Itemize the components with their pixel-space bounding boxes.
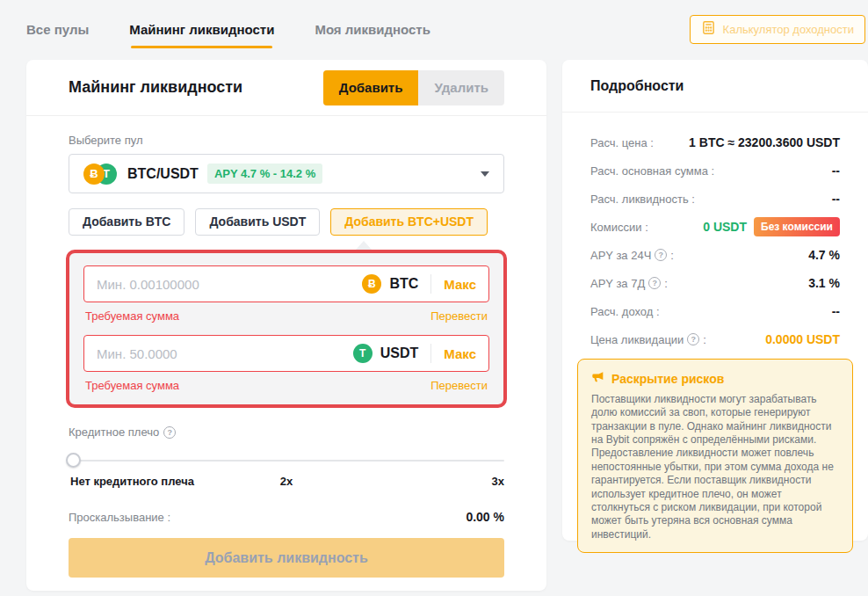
liquidity-value: -- bbox=[832, 192, 840, 206]
detail-row-income: Расч. доход : -- bbox=[590, 297, 840, 325]
megaphone-icon bbox=[591, 370, 605, 387]
usdt-transfer-link[interactable]: Перевести bbox=[430, 379, 488, 392]
usdt-symbol-label: USDT bbox=[380, 345, 419, 361]
usdt-input-meta: Требуемая сумма Перевести bbox=[85, 379, 488, 392]
question-icon[interactable]: ? bbox=[687, 333, 699, 345]
fees-value: 0 USDT Без комиссии bbox=[703, 217, 840, 236]
question-icon[interactable]: ? bbox=[648, 277, 661, 289]
no-fee-badge: Без комиссии bbox=[754, 217, 840, 236]
pool-pair-label: BTC/USDT bbox=[127, 166, 199, 182]
usdt-max-button[interactable]: Макс bbox=[444, 346, 476, 361]
divider bbox=[430, 344, 431, 363]
calculator-button-label: Калькулятор доходности bbox=[723, 23, 854, 36]
add-remove-toggle: Добавить Удалить bbox=[323, 70, 504, 105]
leverage-marks: Нет кредитного плеча 2x 3x bbox=[69, 475, 504, 489]
btc-input-meta: Требуемая сумма Перевести bbox=[85, 309, 488, 323]
btc-coin-icon: Ƀ bbox=[362, 274, 381, 294]
pool-tabs: Все пулы Майнинг ликвидности Моя ликвидн… bbox=[26, 22, 430, 37]
question-icon[interactable]: ? bbox=[163, 426, 176, 439]
divider bbox=[430, 274, 431, 294]
tab-liquidity-mining[interactable]: Майнинг ликвидности bbox=[129, 22, 274, 37]
slippage-label: Проскальзывание : bbox=[69, 511, 170, 524]
btc-amount-field: Ƀ BTC Макс bbox=[83, 265, 489, 302]
detail-row-principal: Расч. основная сумма : -- bbox=[590, 156, 840, 185]
panel-title: Майнинг ликвидности bbox=[69, 78, 242, 97]
calculator-icon bbox=[701, 20, 716, 39]
detail-row-fees: Комиссии : 0 USDT Без комиссии bbox=[590, 213, 840, 241]
chevron-down-icon bbox=[481, 171, 489, 177]
details-title: Подробности bbox=[562, 60, 868, 113]
leverage-slider bbox=[69, 453, 504, 469]
pool-select-dropdown[interactable]: Ƀ T BTC/USDT APY 4.7 % - 14.2 % bbox=[69, 154, 504, 193]
principal-value: -- bbox=[832, 164, 840, 178]
detail-row-liquidation-price: Цена ликвидации ? : 0.0000 USDT bbox=[590, 325, 840, 353]
toggle-add-button[interactable]: Добавить bbox=[323, 70, 419, 105]
slippage-value: 0.00 % bbox=[466, 510, 504, 524]
mark-2x: 2x bbox=[280, 475, 293, 488]
btc-required-error: Требуемая сумма bbox=[85, 309, 179, 323]
apy-range-badge: APY 4.7 % - 14.2 % bbox=[207, 164, 322, 184]
detail-row-price: Расч. цена : 1 BTC ≈ 23200.3600 USDT bbox=[590, 128, 840, 156]
add-mode-buttons: Добавить BTC Добавить USDT Добавить BTC+… bbox=[69, 208, 504, 236]
price-value: 1 BTC ≈ 23200.3600 USDT bbox=[689, 135, 840, 149]
usdt-required-error: Требуемая сумма bbox=[85, 379, 179, 392]
leverage-label: Кредитное плечо ? bbox=[69, 425, 504, 439]
risk-disclosure-title: Раскрытие рисков bbox=[591, 370, 839, 387]
detail-row-apy-24h: APY за 24Ч ? : 4.7 % bbox=[590, 241, 840, 269]
apy-7d-value: 3.1 % bbox=[808, 276, 840, 290]
top-navigation: Все пулы Майнинг ликвидности Моя ликвидн… bbox=[26, 9, 865, 49]
btc-coin-icon: Ƀ bbox=[83, 164, 105, 185]
add-btc-usdt-button[interactable]: Добавить BTC+USDT bbox=[330, 208, 488, 236]
slippage-row: Проскальзывание : 0.00 % bbox=[69, 510, 504, 524]
question-icon[interactable]: ? bbox=[655, 249, 667, 261]
usdt-amount-field: T USDT Макс bbox=[83, 335, 489, 372]
pool-select-label: Выберите пул bbox=[69, 134, 504, 147]
risk-disclosure-text: Поставщики ликвидности могут зарабатыват… bbox=[591, 393, 839, 541]
panel-header: Майнинг ликвидности Добавить Удалить bbox=[26, 60, 546, 116]
risk-disclosure-box: Раскрытие рисков Поставщики ликвидности … bbox=[577, 359, 853, 553]
details-panel: Подробности Расч. цена : 1 BTC ≈ 23200.3… bbox=[562, 60, 868, 541]
mark-no-leverage: Нет кредитного плеча bbox=[70, 475, 194, 488]
tab-all-pools[interactable]: Все пулы bbox=[26, 22, 89, 37]
btc-symbol-label: BTC bbox=[389, 276, 418, 292]
detail-row-liquidity: Расч. ликвидность : -- bbox=[590, 185, 840, 213]
mark-3x: 3x bbox=[492, 475, 504, 488]
amount-inputs-highlight: Ƀ BTC Макс Требуемая сумма Перевести T U… bbox=[66, 250, 507, 408]
add-usdt-button[interactable]: Добавить USDT bbox=[195, 208, 320, 236]
details-body: Расч. цена : 1 BTC ≈ 23200.3600 USDT Рас… bbox=[562, 113, 868, 553]
income-value: -- bbox=[832, 304, 840, 318]
liquidation-price-value: 0.0000 USDT bbox=[765, 332, 840, 346]
usdt-coin-icon: T bbox=[353, 344, 373, 363]
yield-calculator-button[interactable]: Калькулятор доходности bbox=[690, 15, 865, 44]
usdt-amount-input[interactable] bbox=[97, 346, 353, 361]
add-btc-button[interactable]: Добавить BTC bbox=[69, 208, 184, 236]
detail-row-apy-7d: APY за 7Д ? : 3.1 % bbox=[590, 269, 840, 297]
panel-body: Выберите пул Ƀ T BTC/USDT APY 4.7 % - 14… bbox=[26, 116, 546, 578]
apy-24h-value: 4.7 % bbox=[808, 248, 840, 262]
liquidity-mining-panel: Майнинг ликвидности Добавить Удалить Выб… bbox=[26, 60, 546, 591]
panel-caret bbox=[356, 241, 372, 250]
tab-my-liquidity[interactable]: Моя ликвидность bbox=[315, 22, 430, 37]
slider-track[interactable] bbox=[69, 460, 504, 462]
btc-max-button[interactable]: Макс bbox=[444, 277, 476, 292]
toggle-remove-button[interactable]: Удалить bbox=[418, 70, 504, 105]
slider-handle[interactable] bbox=[66, 453, 81, 468]
btc-transfer-link[interactable]: Перевести bbox=[430, 309, 488, 323]
add-liquidity-button[interactable]: Добавить ликвидность bbox=[69, 538, 504, 578]
btc-amount-input[interactable] bbox=[97, 277, 362, 292]
pair-coins: Ƀ T bbox=[83, 164, 117, 185]
